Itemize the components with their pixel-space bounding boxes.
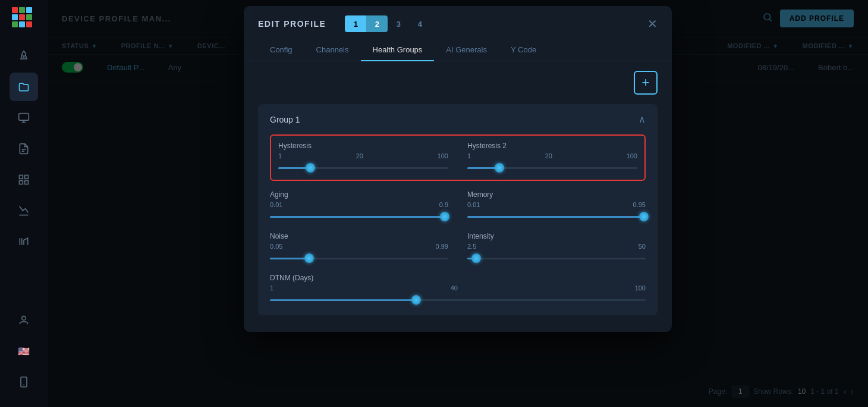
- sidebar-item-rocket[interactable]: [10, 42, 38, 70]
- intensity-slider: Intensity 2.5 50: [467, 232, 646, 264]
- hysteresis2-label: Hysteresis 2: [467, 142, 637, 150]
- aging-min: 0.01: [270, 201, 282, 208]
- step-4[interactable]: 4: [409, 15, 430, 32]
- collapse-icon[interactable]: ∧: [639, 114, 646, 125]
- hysteresis-label: Hysteresis: [278, 142, 448, 150]
- aging-label: Aging: [270, 190, 448, 199]
- hysteresis2-track-container: [467, 162, 637, 174]
- svg-rect-0: [12, 7, 18, 13]
- aging-current: 0.9: [439, 201, 448, 208]
- aging-fill: [270, 216, 445, 218]
- step-2[interactable]: 2: [366, 15, 388, 32]
- memory-label: Memory: [467, 190, 646, 199]
- svg-rect-6: [12, 21, 18, 27]
- dtnm-current: 40: [451, 284, 458, 292]
- hysteresis2-track: [467, 167, 637, 169]
- noise-track: [270, 258, 448, 259]
- sidebar-item-library[interactable]: [10, 227, 38, 256]
- hysteresis-slider: Hysteresis 1 20 100: [278, 142, 448, 174]
- svg-rect-12: [25, 176, 29, 179]
- svg-rect-5: [26, 14, 32, 20]
- dtnm-fill: [270, 299, 416, 301]
- memory-min: 0.01: [467, 201, 480, 208]
- dtnm-max: 100: [635, 284, 646, 292]
- svg-rect-4: [19, 14, 25, 20]
- sidebar-item-grid[interactable]: [10, 165, 38, 194]
- modal-tabs: Config Channels Health Groups AI General…: [244, 39, 672, 61]
- tab-ai-generals[interactable]: AI Generals: [434, 39, 499, 61]
- edit-profile-modal: EDIT PROFILE 1 2 3 4 ✕ Config Channels H…: [244, 6, 672, 332]
- modal-title: EDIT PROFILE: [258, 19, 326, 29]
- step-3[interactable]: 3: [388, 15, 409, 32]
- sidebar-item-document[interactable]: [10, 134, 38, 163]
- svg-point-17: [23, 384, 24, 386]
- hysteresis-highlighted-pair: Hysteresis 1 20 100: [270, 134, 646, 181]
- step-1[interactable]: 1: [345, 15, 366, 32]
- add-group-area: +: [258, 71, 658, 95]
- hysteresis-current: 20: [356, 152, 363, 159]
- app-logo: [11, 6, 37, 32]
- dtnm-label: DTNM (Days): [270, 274, 646, 282]
- hysteresis-track-container: [278, 162, 448, 174]
- memory-fill: [467, 216, 644, 218]
- dtnm-track: [270, 299, 646, 301]
- noise-current: 0.99: [436, 243, 448, 250]
- sidebar-item-user[interactable]: [10, 306, 38, 334]
- hysteresis2-max: 100: [627, 152, 637, 159]
- tab-channels[interactable]: Channels: [304, 39, 361, 61]
- aging-track: [270, 216, 448, 218]
- memory-track-container: [467, 211, 646, 223]
- aging-slider: Aging 0.01 0.9: [270, 190, 448, 223]
- group-1-card: Group 1 ∧ Hysteresis 1 20 100: [258, 104, 658, 315]
- memory-thumb[interactable]: [639, 212, 649, 221]
- intensity-values: 2.5 50: [467, 243, 646, 250]
- sidebar-item-chart[interactable]: [10, 196, 38, 225]
- intensity-thumb[interactable]: [471, 253, 481, 263]
- add-group-button[interactable]: +: [634, 71, 658, 95]
- modal-close-button[interactable]: ✕: [647, 18, 658, 30]
- noise-min: 0.05: [270, 243, 282, 250]
- hysteresis-track: [278, 167, 448, 169]
- hysteresis-min: 1: [278, 152, 282, 159]
- hysteresis2-thumb[interactable]: [495, 163, 504, 173]
- aging-thumb[interactable]: [440, 212, 449, 221]
- memory-slider: Memory 0.01 0.95: [467, 190, 646, 223]
- svg-rect-2: [26, 7, 32, 13]
- sidebar-footer: 🇺🇸: [10, 306, 38, 396]
- svg-rect-14: [25, 181, 29, 184]
- dtnm-min: 1: [270, 284, 273, 292]
- group-header: Group 1 ∧: [270, 114, 646, 125]
- noise-values: 0.05 0.99: [270, 243, 448, 250]
- memory-track: [467, 216, 646, 218]
- hysteresis2-values: 1 20 100: [467, 152, 637, 159]
- aging-values: 0.01 0.9: [270, 201, 448, 208]
- sliders-grid: Hysteresis 1 20 100: [270, 134, 646, 306]
- hysteresis-values: 1 20 100: [278, 152, 448, 159]
- svg-rect-1: [19, 7, 25, 13]
- svg-rect-11: [20, 176, 23, 179]
- intensity-min: 2.5: [467, 243, 476, 250]
- noise-label: Noise: [270, 232, 448, 240]
- hysteresis2-min: 1: [467, 152, 471, 159]
- step-indicators: 1 2 3 4: [345, 15, 430, 32]
- intensity-track-container: [467, 252, 646, 264]
- tab-config[interactable]: Config: [258, 39, 304, 61]
- hysteresis-thumb[interactable]: [306, 163, 315, 173]
- modal-body: + Group 1 ∧ Hysteresis 1: [244, 61, 672, 332]
- tab-health-groups[interactable]: Health Groups: [361, 39, 435, 61]
- svg-rect-13: [20, 181, 23, 184]
- tab-y-code[interactable]: Y Code: [499, 39, 548, 61]
- dtnm-thumb[interactable]: [411, 295, 421, 305]
- group-title: Group 1: [270, 115, 300, 124]
- hysteresis-max: 100: [438, 152, 448, 159]
- dtnm-values: 1 40 100: [270, 284, 646, 292]
- svg-rect-10: [19, 114, 29, 121]
- svg-rect-7: [19, 21, 25, 27]
- sidebar-item-monitor[interactable]: [10, 104, 38, 132]
- noise-thumb[interactable]: [304, 253, 314, 263]
- sidebar-item-flag[interactable]: 🇺🇸: [10, 337, 38, 365]
- sidebar-item-mobile[interactable]: [10, 368, 38, 396]
- dtnm-slider: DTNM (Days) 1 40 100: [270, 274, 646, 306]
- sidebar-item-folder[interactable]: [10, 73, 38, 101]
- noise-track-container: [270, 252, 448, 264]
